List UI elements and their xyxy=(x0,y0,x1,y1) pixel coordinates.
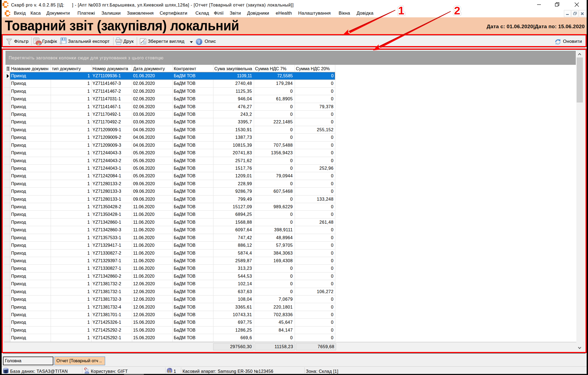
svg-text:2: 2 xyxy=(454,4,460,17)
svg-text:1: 1 xyxy=(398,4,404,17)
